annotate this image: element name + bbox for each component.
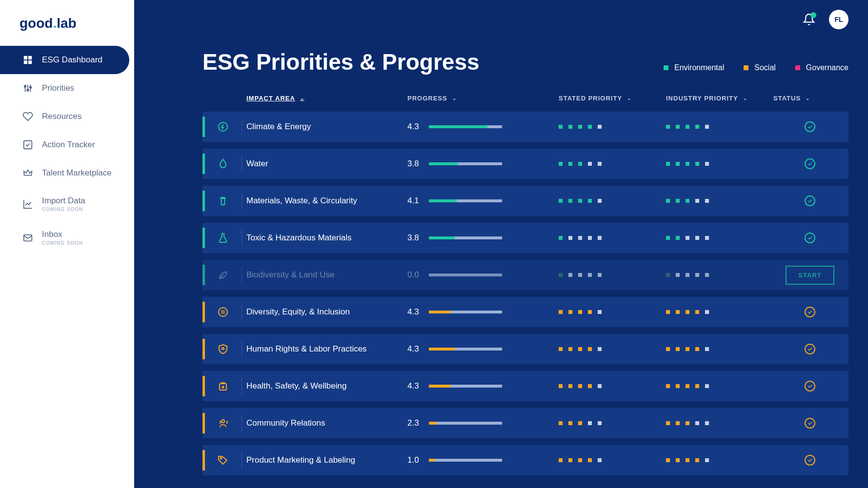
impact-area-name: Diversity, Equity, & Inclusion <box>246 307 407 317</box>
logo: good.lab <box>0 10 134 46</box>
progress-bar <box>429 348 502 351</box>
priority-dot-icon <box>695 310 699 314</box>
nav-item-resources[interactable]: Resources <box>0 102 134 131</box>
row-icon-cell <box>202 267 246 283</box>
nav-item-talent-marketplace[interactable]: Talent Marketplace <box>0 159 134 187</box>
divider <box>242 267 242 283</box>
progress-fill <box>429 459 435 462</box>
status-cell <box>773 233 847 243</box>
nav-label: Inbox <box>42 230 83 239</box>
industry-priority-cell <box>666 384 773 388</box>
priority-dot-icon <box>705 310 709 314</box>
check-square-icon <box>22 139 33 150</box>
progress-fill <box>429 125 487 128</box>
stated-priority-cell <box>559 384 666 388</box>
nav-item-priorities[interactable]: Priorities <box>0 74 134 102</box>
stated-priority-cell <box>559 421 666 425</box>
priority-dot-icon <box>559 310 563 314</box>
priority-dot-icon <box>568 125 572 129</box>
priority-dots <box>666 273 773 277</box>
priority-dot-icon <box>559 384 563 388</box>
nav-item-import-data[interactable]: Import DataCOMING SOON <box>0 187 134 221</box>
priority-dots <box>559 384 666 388</box>
column-headers: IMPACT AREA⌄ PROGRESS⌄ STATED PRIORITY⌄ … <box>202 80 848 112</box>
legend-dot-icon <box>744 65 748 70</box>
stated-priority-cell <box>559 310 666 314</box>
priority-dots <box>559 347 666 351</box>
priority-dot-icon <box>686 273 689 277</box>
progress-value: 4.3 <box>407 122 422 132</box>
priority-dots <box>666 125 773 129</box>
impact-area-name: Product Marketing & Labeling <box>246 455 407 465</box>
header-stated-priority[interactable]: STATED PRIORITY⌄ <box>559 95 666 102</box>
divider <box>242 230 242 246</box>
table-row[interactable]: Materials, Waste, & Circularity4.1 <box>202 186 848 216</box>
nav-item-inbox[interactable]: InboxCOMING SOON <box>0 221 134 254</box>
row-icon-cell <box>202 193 246 209</box>
progress-fill <box>429 199 457 202</box>
priority-dot-icon <box>559 125 563 129</box>
divider <box>242 304 242 320</box>
priority-dot-icon <box>588 199 592 203</box>
nav-item-esg-dashboard[interactable]: ESG Dashboard <box>0 46 129 74</box>
table-row[interactable]: Health, Safety, & Wellbeing4.3 <box>202 371 848 401</box>
table-row[interactable]: Biodiversity & Land Use0.0START <box>202 260 848 290</box>
priority-dot-icon <box>598 310 602 314</box>
svg-point-19 <box>220 458 222 459</box>
status-cell <box>773 195 847 206</box>
avatar[interactable]: FL <box>829 10 848 29</box>
impact-area-name: Climate & Energy <box>246 122 407 132</box>
industry-priority-cell <box>666 199 773 203</box>
priority-dot-icon <box>666 162 670 166</box>
priority-dots <box>559 236 666 240</box>
table-row[interactable]: Climate & Energy4.3 <box>202 112 848 142</box>
priority-dot-icon <box>666 458 670 462</box>
notification-dot-icon <box>810 12 816 18</box>
priority-dot-icon <box>686 162 689 166</box>
header-status[interactable]: STATUS⌄ <box>773 95 847 102</box>
status-cell <box>773 418 847 429</box>
table-row[interactable]: Toxic & Hazardous Materials3.8 <box>202 223 848 253</box>
industry-priority-cell <box>666 162 773 166</box>
coming-soon-label: COMING SOON <box>42 207 85 212</box>
header-progress[interactable]: PROGRESS⌄ <box>407 95 559 102</box>
priority-dot-icon <box>705 421 709 425</box>
impact-area-name: Water <box>246 159 407 169</box>
table-row[interactable]: Diversity, Equity, & Inclusion4.3 <box>202 297 848 327</box>
row-accent <box>202 450 205 470</box>
priority-dot-icon <box>705 125 709 129</box>
chevron-down-icon: ⌄ <box>300 96 304 101</box>
progress-bar <box>429 311 502 313</box>
row-accent <box>202 265 205 285</box>
nav-item-action-tracker[interactable]: Action Tracker <box>0 131 134 159</box>
priority-dot-icon <box>686 310 689 314</box>
table-row[interactable]: Water3.8 <box>202 149 848 179</box>
priority-dots <box>559 125 666 129</box>
chart-icon <box>22 199 33 210</box>
progress-bar <box>429 162 502 165</box>
priority-dot-icon <box>705 273 709 277</box>
heart-icon <box>22 111 33 122</box>
stated-priority-cell <box>559 162 666 166</box>
header-industry-priority[interactable]: INDUSTRY PRIORITY⌄ <box>666 95 773 102</box>
header-impact-area[interactable]: IMPACT AREA⌄ <box>246 95 407 102</box>
progress-cell: 1.0 <box>407 455 559 465</box>
priority-dots <box>666 236 773 240</box>
table-row[interactable]: Product Marketing & Labeling1.0 <box>202 445 848 475</box>
table-row[interactable]: Human Rights & Labor Practices4.3 <box>202 334 848 364</box>
priority-dots <box>559 199 666 203</box>
progress-cell: 4.1 <box>407 196 559 206</box>
svg-point-18 <box>222 420 224 423</box>
priority-dot-icon <box>578 273 582 277</box>
priority-dots <box>559 162 666 166</box>
table-row[interactable]: Community Relations2.3 <box>202 408 848 438</box>
legend-dot-icon <box>664 65 668 70</box>
nav-label: Priorities <box>42 83 74 93</box>
row-icon-cell <box>202 156 246 172</box>
notifications-button[interactable] <box>803 13 815 26</box>
dashboard-icon <box>22 55 33 65</box>
priority-dot-icon <box>568 236 572 240</box>
priority-dot-icon <box>588 125 592 129</box>
row-icon-cell <box>202 118 246 135</box>
start-button[interactable]: START <box>786 266 834 285</box>
